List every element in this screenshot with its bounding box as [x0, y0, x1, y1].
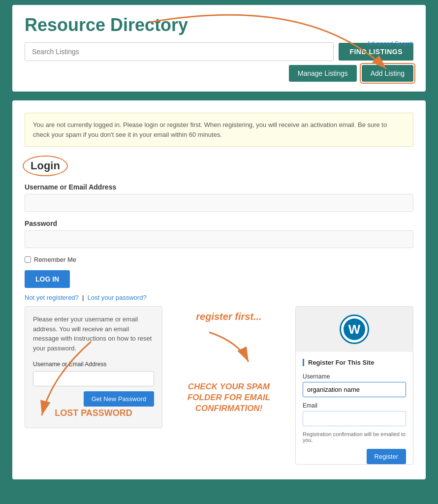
spam-check-text: CHECK YOUR SPAMFOLDER FOR EMAILCONFIRMAT…	[188, 381, 270, 414]
lost-password-title: LOST PASSWORD	[33, 407, 154, 420]
register-site-label: Register For This Site	[303, 359, 406, 366]
remember-checkbox[interactable]	[25, 256, 31, 263]
action-row: Advanced Search Manage Listings Add List…	[25, 65, 413, 82]
remember-row: Remember Me	[25, 256, 413, 263]
reg-username-label: Username	[303, 373, 406, 380]
site-title: Resource Directory	[25, 15, 413, 35]
login-links: Not yet registered? | Lost your password…	[25, 294, 413, 301]
search-input[interactable]	[25, 42, 334, 61]
lost-password-panel: Please enter your username or email addr…	[25, 306, 162, 428]
password-label: Password	[25, 220, 413, 227]
register-arrow-svg	[199, 327, 258, 367]
reg-username-input[interactable]	[303, 382, 406, 397]
username-input[interactable]	[25, 194, 413, 212]
login-heading-wrap: Login	[25, 158, 66, 174]
password-input[interactable]	[25, 230, 413, 248]
register-header: W	[296, 307, 413, 352]
get-new-password-button[interactable]: Get New Password	[84, 391, 154, 407]
lost-password-info: Please enter your username or email addr…	[33, 315, 154, 353]
lost-password-link[interactable]: Lost your password?	[88, 294, 147, 301]
notice-box: You are not currently logged in. Please …	[25, 113, 413, 147]
username-label: Username or Email Address	[25, 183, 413, 191]
login-submit-button[interactable]: LOG IN	[25, 270, 70, 288]
register-button[interactable]: Register	[367, 449, 406, 464]
add-listing-button[interactable]: Add Listing	[362, 65, 413, 82]
register-annotation: register first... CHECK YOUR SPAMFOLDER …	[172, 306, 285, 419]
reg-note: Registration confirmation will be emaile…	[303, 431, 406, 443]
wp-logo-inner: W	[344, 318, 365, 340]
manage-listings-button[interactable]: Manage Listings	[289, 65, 357, 82]
login-heading: Login	[25, 158, 66, 174]
wp-letter: W	[348, 322, 361, 337]
header-section: Resource Directory FIND LISTINGS Advance…	[12, 5, 426, 92]
reg-email-label: Email	[303, 402, 406, 409]
not-registered-link[interactable]: Not yet registered?	[25, 294, 79, 301]
lp-field-label: Username or Email Address	[33, 360, 154, 369]
wp-logo: W	[340, 315, 369, 344]
lower-row: Please enter your username or email addr…	[25, 306, 413, 465]
main-section: You are not currently logged in. Please …	[12, 100, 426, 479]
lp-email-input[interactable]	[33, 371, 154, 386]
register-first-text: register first...	[196, 311, 261, 322]
advanced-search-link[interactable]: Advanced Search	[367, 40, 413, 47]
search-bar-row: FIND LISTINGS	[25, 42, 413, 61]
register-panel: W Register For This Site Username Email …	[295, 306, 413, 465]
register-body: Register For This Site Username Email Re…	[296, 352, 413, 456]
remember-label: Remember Me	[34, 256, 76, 263]
reg-email-input[interactable]	[303, 411, 406, 426]
